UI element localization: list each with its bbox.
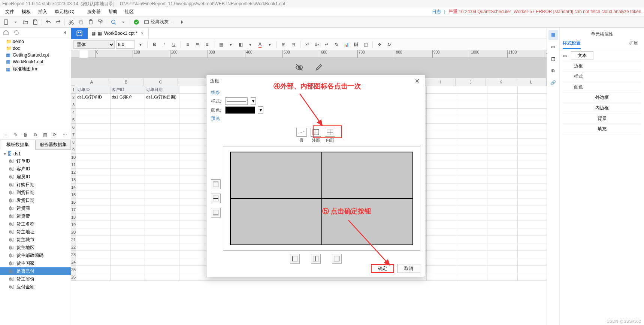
undo-icon[interactable]: [44, 18, 53, 27]
field-运货费[interactable]: �ⅈ运货费: [0, 212, 71, 220]
paste-icon[interactable]: [86, 18, 95, 27]
cut-icon[interactable]: [67, 18, 76, 27]
close-icon[interactable]: ✕: [413, 78, 421, 85]
tree-home-icon[interactable]: [1, 28, 10, 37]
sub-icon[interactable]: x₂: [313, 40, 321, 49]
file-tab[interactable]: ▦ ▦ WorkBook1.cpt * ×: [88, 28, 149, 39]
close-tab-icon[interactable]: ×: [140, 31, 145, 36]
repeat-icon[interactable]: ↻: [385, 40, 393, 49]
chart-icon[interactable]: 📊: [342, 40, 350, 49]
field-发货日期[interactable]: �ⅈ发货日期: [0, 197, 71, 204]
text-button[interactable]: 文本: [571, 51, 593, 60]
field-货主地址[interactable]: �ⅈ货主地址: [0, 228, 71, 236]
field-订购日期[interactable]: �ⅈ订购日期: [0, 181, 71, 189]
preset-none[interactable]: 否: [296, 128, 307, 143]
copy-icon[interactable]: [76, 18, 85, 27]
align-left-icon[interactable]: ≡: [184, 40, 192, 49]
merge-icon[interactable]: ⊞: [279, 40, 288, 49]
field-到货日期[interactable]: �ⅈ到货日期: [0, 189, 71, 197]
start-page-icon[interactable]: [71, 28, 88, 39]
field-货主城市[interactable]: �ⅈ货主城市: [0, 236, 71, 244]
border-left-btn[interactable]: [290, 254, 300, 264]
field-货主邮政编码[interactable]: �ⅈ货主邮政编码: [0, 252, 71, 259]
tree-file-map[interactable]: ▦标准地图.frm: [0, 65, 71, 73]
tree-folder-doc[interactable]: 📁doc: [0, 45, 71, 52]
preview-icon[interactable]: [109, 18, 118, 27]
menu-cell[interactable]: 单元格(C): [51, 7, 78, 16]
ds-add-icon[interactable]: ＋: [1, 130, 10, 139]
border-dropdown-icon[interactable]: ▾: [227, 40, 235, 49]
line-style-dropdown-icon[interactable]: ▾: [251, 97, 256, 105]
field-应付金额[interactable]: �ⅈ应付金额: [0, 283, 71, 291]
rp-item-outer[interactable]: 外边框: [595, 94, 609, 101]
tab-template-dataset[interactable]: 模板数据集: [0, 140, 36, 150]
image-icon[interactable]: 🖼: [352, 40, 360, 49]
redo-icon[interactable]: [54, 18, 63, 27]
menu-server[interactable]: 服务器: [84, 7, 105, 16]
wrap-icon[interactable]: ↵: [323, 40, 331, 49]
ds-copy-icon[interactable]: ⧉: [31, 130, 40, 139]
italic-icon[interactable]: I: [160, 40, 168, 49]
border-top-btn[interactable]: [211, 179, 221, 189]
rp-tab-expand[interactable]: 扩展: [626, 39, 641, 49]
font-color-icon[interactable]: A: [256, 40, 264, 49]
menu-file[interactable]: 文件: [1, 7, 18, 16]
rp-widget-icon[interactable]: ◫: [548, 54, 558, 64]
border-right-btn[interactable]: [332, 254, 342, 264]
line-style-select[interactable]: [225, 97, 248, 105]
menu-community[interactable]: 社区: [121, 7, 137, 16]
field-货主国家[interactable]: �ⅈ货主国家: [0, 259, 71, 267]
field-订单ID[interactable]: �ⅈ订单ID: [0, 157, 71, 165]
rp-tab-style[interactable]: 样式设置: [563, 39, 581, 49]
ok-button[interactable]: 确定: [371, 264, 394, 273]
function-icon[interactable]: fx: [332, 40, 341, 49]
ds-refresh-icon[interactable]: ⟳: [50, 130, 59, 139]
underline-icon[interactable]: U: [170, 40, 178, 49]
rp-condition-icon[interactable]: ⧉: [548, 66, 558, 76]
font-color-dropdown-icon[interactable]: ▾: [266, 40, 274, 49]
log-area[interactable]: 日志 | 严重:16:24:09 QuartzScheduler_Worker-…: [432, 9, 643, 15]
ds-more-icon[interactable]: ⋯: [60, 130, 69, 139]
field-货主省份[interactable]: �ⅈ货主省份: [0, 275, 71, 283]
border-icon[interactable]: ▦: [217, 40, 225, 49]
row-headers[interactable]: 1234567891011121314151617181920212223242…: [71, 86, 76, 281]
pencil-icon[interactable]: [315, 63, 323, 73]
tree-file-gettingstarted[interactable]: ▦GettingStarted.cpt: [0, 52, 71, 58]
new-icon[interactable]: [1, 18, 10, 27]
bold-icon[interactable]: B: [150, 40, 158, 49]
field-雇员ID[interactable]: �ⅈ雇员ID: [0, 173, 71, 181]
rp-item-bg[interactable]: 背景: [598, 115, 607, 122]
rp-item-fill[interactable]: 填充: [598, 126, 607, 132]
rp-item-inner[interactable]: 内边框: [595, 105, 609, 111]
field-是否已付[interactable]: �ⅈ是否已付: [0, 267, 71, 275]
border-vmid-btn[interactable]: [311, 254, 321, 264]
ds-edit-icon[interactable]: ✎: [11, 130, 20, 139]
align-center-icon[interactable]: ≣: [193, 40, 202, 49]
rp-border-icon[interactable]: ▭: [548, 42, 558, 52]
new-dropdown-icon[interactable]: [11, 18, 20, 27]
tree-collapse-icon[interactable]: [60, 28, 69, 37]
unmerge-icon[interactable]: ⊟: [289, 40, 297, 49]
save-icon[interactable]: [31, 18, 40, 27]
dataset-ds1[interactable]: ▾🗄ds1: [0, 151, 71, 157]
color-dropdown-icon[interactable]: ▾: [258, 106, 263, 114]
rp-item-color[interactable]: 颜色: [563, 82, 641, 92]
rp-item-style[interactable]: 样式: [563, 72, 641, 82]
preview-dropdown-icon[interactable]: [119, 18, 128, 27]
fill-color-icon[interactable]: ◧: [236, 40, 245, 49]
check-icon[interactable]: [132, 18, 141, 27]
border-hmid-btn[interactable]: [211, 194, 221, 203]
tree-file-workbook1[interactable]: ▦WorkBook1.cpt: [0, 58, 71, 65]
open-icon[interactable]: [21, 18, 30, 27]
menu-template[interactable]: 模板: [18, 7, 34, 16]
field-客户ID[interactable]: �ⅈ客户ID: [0, 165, 71, 173]
size-dropdown-icon[interactable]: ▾: [136, 40, 145, 49]
font-select[interactable]: 黑体: [73, 40, 115, 49]
cancel-button[interactable]: 取消: [397, 264, 420, 273]
ds-delete-icon[interactable]: 🗑: [21, 130, 30, 139]
sup-icon[interactable]: x²: [303, 40, 311, 49]
border-bottom-btn[interactable]: [211, 208, 221, 218]
freeze-icon[interactable]: ❖: [375, 40, 384, 49]
color-swatch[interactable]: [225, 106, 255, 114]
format-painter-icon[interactable]: [96, 18, 105, 27]
